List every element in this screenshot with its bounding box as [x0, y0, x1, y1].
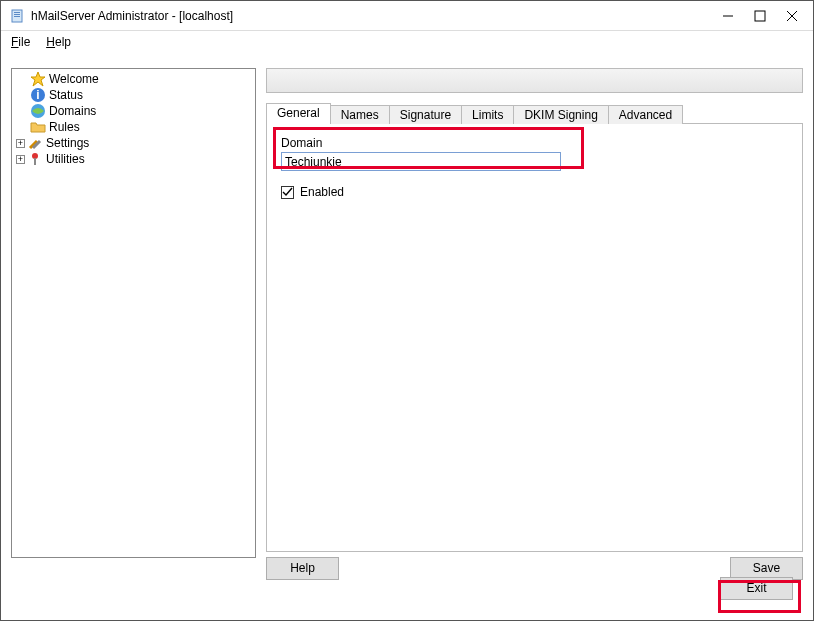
info-icon: i — [30, 87, 46, 103]
menubar: File Help — [1, 31, 813, 53]
svg-rect-15 — [34, 158, 36, 165]
help-button[interactable]: Help — [266, 557, 339, 580]
svg-rect-1 — [14, 12, 20, 13]
titlebar: hMailServer Administrator - [localhost] — [1, 1, 813, 31]
tab-dkim[interactable]: DKIM Signing — [513, 105, 608, 124]
menu-help[interactable]: Help — [46, 35, 71, 49]
toolbar-strip — [266, 68, 803, 93]
minimize-button[interactable] — [721, 9, 735, 23]
domain-label: Domain — [281, 136, 788, 150]
tab-general[interactable]: General — [266, 103, 331, 124]
tree-item-settings[interactable]: + Settings — [16, 135, 251, 151]
svg-rect-2 — [14, 14, 20, 15]
maximize-button[interactable] — [753, 9, 767, 23]
svg-marker-8 — [31, 72, 45, 86]
svg-rect-3 — [14, 16, 20, 17]
tab-bar: General Names Signature Limits DKIM Sign… — [266, 103, 803, 124]
tab-advanced[interactable]: Advanced — [608, 105, 683, 124]
tree-item-welcome[interactable]: Welcome — [16, 71, 251, 87]
svg-rect-5 — [755, 11, 765, 21]
right-panel: General Names Signature Limits DKIM Sign… — [266, 68, 803, 580]
tree-item-status[interactable]: i Status — [16, 87, 251, 103]
globe-icon — [30, 103, 46, 119]
close-button[interactable] — [785, 9, 799, 23]
tools-icon — [27, 135, 43, 151]
exit-button[interactable]: Exit — [720, 577, 793, 600]
utility-icon — [27, 151, 43, 167]
tree-item-utilities[interactable]: + Utilities — [16, 151, 251, 167]
tab-content: Domain Enabled — [266, 124, 803, 552]
tree-item-rules[interactable]: Rules — [16, 119, 251, 135]
expand-icon[interactable]: + — [16, 155, 25, 164]
tab-signature[interactable]: Signature — [389, 105, 462, 124]
window-title: hMailServer Administrator - [localhost] — [31, 9, 721, 23]
enabled-label: Enabled — [300, 185, 344, 199]
tab-names[interactable]: Names — [330, 105, 390, 124]
tab-limits[interactable]: Limits — [461, 105, 514, 124]
svg-text:i: i — [36, 88, 39, 102]
tree-panel: Welcome i Status Domains Rules + Se — [11, 68, 256, 558]
expand-icon[interactable]: + — [16, 139, 25, 148]
enabled-checkbox[interactable] — [281, 186, 294, 199]
star-icon — [30, 71, 46, 87]
menu-file[interactable]: File — [11, 35, 30, 49]
app-icon — [9, 8, 25, 24]
tree-item-domains[interactable]: Domains — [16, 103, 251, 119]
domain-input[interactable] — [281, 152, 561, 171]
folder-icon — [30, 119, 46, 135]
